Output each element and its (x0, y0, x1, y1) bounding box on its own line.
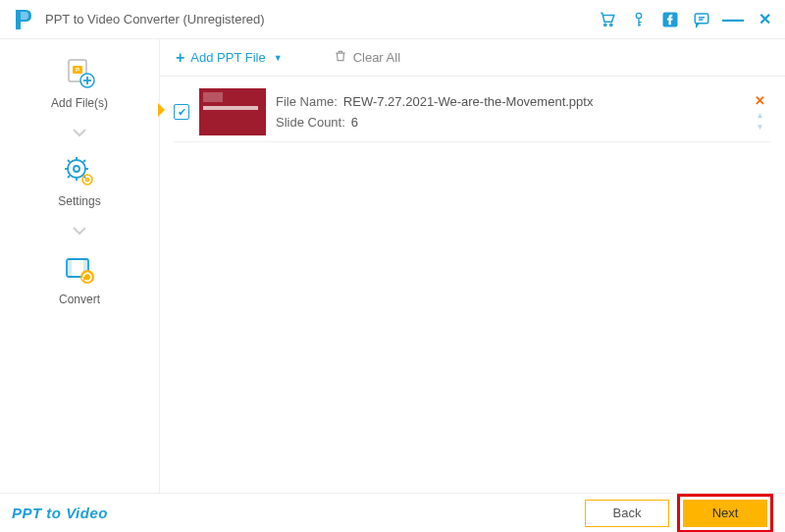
dropdown-triangle-icon: ▼ (274, 53, 283, 63)
clear-all-button[interactable]: Clear All (334, 49, 400, 66)
svg-point-2 (636, 13, 641, 18)
plus-icon: + (176, 49, 184, 67)
move-down-icon[interactable]: ▼ (757, 124, 764, 132)
toolbar: + Add PPT File ▼ Clear All (160, 39, 785, 77)
sidebar-item-settings[interactable]: Settings (58, 155, 100, 208)
chevron-down-icon (72, 124, 87, 141)
sidebar-label-add-files: Add File(s) (51, 96, 108, 110)
convert-icon (63, 253, 96, 287)
sidebar-label-settings: Settings (58, 194, 100, 208)
sidebar: P Add File(s) Settings Convert (0, 39, 160, 493)
active-step-marker (158, 103, 165, 117)
close-button[interactable]: ✕ (756, 11, 773, 28)
svg-point-16 (68, 160, 85, 178)
footer: PPT to Video Back Next (0, 493, 785, 532)
move-up-icon[interactable]: ▲ (757, 112, 764, 120)
svg-text:P: P (76, 67, 79, 73)
minimize-button[interactable]: — (724, 11, 742, 28)
svg-line-24 (68, 176, 70, 178)
file-name-label: File Name: (276, 94, 338, 109)
remove-file-icon[interactable]: ✕ (755, 93, 765, 108)
sidebar-label-convert: Convert (59, 293, 100, 306)
file-checkbox[interactable]: ✔ (174, 104, 189, 120)
file-list: ✔ File Name: REW-7.27.2021-We-are-the-Mo… (160, 77, 785, 493)
footer-brand: PPT to Video (12, 505, 108, 521)
slide-thumbnail (199, 88, 266, 135)
content-area: + Add PPT File ▼ Clear All ✔ (160, 39, 785, 493)
back-button[interactable]: Back (585, 500, 669, 527)
title-actions: — ✕ (599, 11, 773, 28)
svg-rect-7 (695, 14, 708, 24)
title-bar: PPT to Video Converter (Unregistered) — … (0, 0, 785, 39)
slide-count-value: 6 (351, 115, 358, 130)
app-logo-icon (12, 8, 35, 31)
slide-count-label: Slide Count: (276, 115, 345, 130)
next-button[interactable]: Next (683, 500, 767, 527)
svg-point-17 (74, 166, 79, 172)
trash-icon (334, 49, 347, 66)
cart-icon[interactable] (599, 11, 616, 28)
feedback-icon[interactable] (693, 11, 710, 28)
main-area: P Add File(s) Settings Convert + (0, 39, 785, 493)
next-button-highlight: Next (677, 494, 773, 533)
file-actions: ✕ ▲ ▼ (755, 93, 771, 132)
key-icon[interactable] (630, 11, 648, 28)
sidebar-item-convert[interactable]: Convert (59, 253, 100, 306)
settings-icon (63, 155, 96, 188)
app-title: PPT to Video Converter (Unregistered) (45, 12, 599, 27)
svg-point-0 (604, 24, 606, 26)
file-name-value: REW-7.27.2021-We-are-the-Movement.pptx (343, 94, 594, 109)
facebook-icon[interactable] (661, 11, 679, 28)
file-meta: File Name: REW-7.27.2021-We-are-the-Move… (276, 94, 745, 130)
svg-point-26 (82, 175, 92, 185)
add-ppt-label: Add PPT File (190, 50, 265, 65)
svg-point-1 (610, 24, 612, 26)
file-row[interactable]: ✔ File Name: REW-7.27.2021-We-are-the-Mo… (174, 88, 771, 142)
clear-all-label: Clear All (353, 50, 400, 65)
svg-line-22 (68, 160, 70, 162)
svg-line-25 (83, 160, 85, 162)
add-ppt-file-button[interactable]: + Add PPT File ▼ (176, 49, 283, 67)
sidebar-item-add-files[interactable]: P Add File(s) (51, 57, 108, 110)
svg-rect-29 (67, 259, 72, 277)
chevron-down-icon (72, 222, 87, 239)
add-files-icon: P (63, 57, 96, 90)
svg-point-27 (85, 179, 88, 182)
